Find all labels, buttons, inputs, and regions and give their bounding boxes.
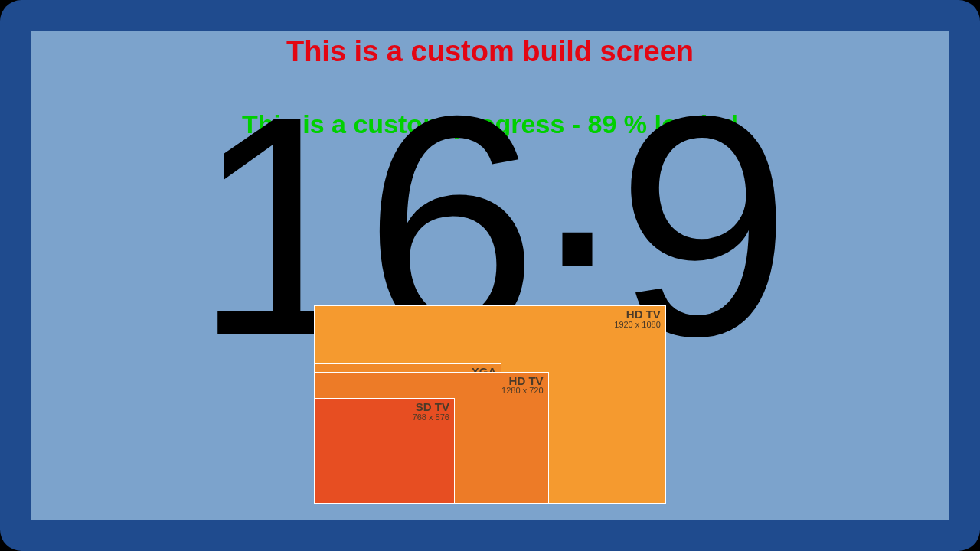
resolution-label-hdtv-720: HD TV1280 x 720 xyxy=(501,375,543,396)
resolution-label-sdtv: SD TV768 x 576 xyxy=(413,401,449,422)
resolution-dimensions: 1920 x 1080 xyxy=(614,321,661,330)
screen-area: This is a custom build screen This is a … xyxy=(31,31,949,520)
resolution-label-hdtv-1080: HD TV1920 x 1080 xyxy=(614,308,661,329)
resolution-name: HD TV xyxy=(501,375,543,387)
outer-frame: This is a custom build screen This is a … xyxy=(0,0,980,551)
resolution-name: HD TV xyxy=(614,308,661,321)
resolution-box-sdtv: SD TV768 x 576 xyxy=(314,398,455,504)
resolution-dimensions: 768 x 576 xyxy=(413,413,449,422)
resolution-diagram: HD TV1920 x 1080XGA1024 x 768HD TV1280 x… xyxy=(314,305,666,504)
resolution-dimensions: 980 x 551 xyxy=(501,386,543,396)
resolution-name: SD TV xyxy=(413,401,449,413)
